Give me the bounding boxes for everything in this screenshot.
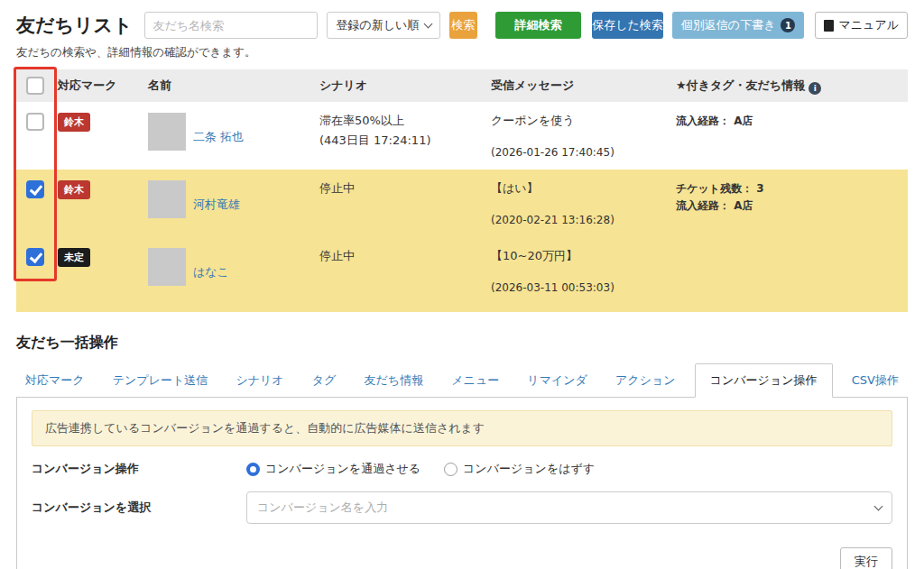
conversion-select-placeholder: コンバージョン名を入力 — [257, 500, 388, 516]
row-checkbox[interactable] — [26, 248, 44, 266]
table-row: 鈴木 二条 拓也 滞在率50%以上(443日目 17:24:11) クーポンを使… — [16, 102, 908, 170]
column-header-scenario: シナリオ — [314, 69, 485, 102]
avatar — [148, 113, 186, 151]
friend-search-input[interactable] — [144, 12, 318, 39]
friends-table: 対応マーク 名前 シナリオ 受信メッセージ ★付きタグ・友だち情報i 鈴木 二条… — [16, 69, 908, 312]
execute-button[interactable]: 実行 — [840, 547, 892, 569]
conversion-operation-radios: コンバージョンを通過させる コンバージョンをはずす — [246, 461, 595, 477]
scenario-detail: (443日目 17:24:11) — [319, 133, 480, 149]
tab-response-mark[interactable]: 対応マーク — [16, 364, 94, 397]
topbar: 友だちリスト 登録の新しい順 検索 詳細検索 保存した検索 個別返信の下書き 1… — [16, 11, 908, 40]
column-header-mark: 対応マーク — [52, 69, 143, 102]
radio-pass-conversion[interactable]: コンバージョンを通過させる — [246, 461, 420, 477]
tab-action[interactable]: アクション — [606, 364, 685, 397]
conversion-select[interactable]: コンバージョン名を入力 — [246, 491, 892, 524]
radio-selected-icon — [246, 463, 260, 476]
conversion-panel: 広告連携しているコンバージョンを通過すると、自動的に広告媒体に送信されます コン… — [16, 398, 908, 569]
friend-info-line: 流入経路： A店 — [676, 113, 902, 130]
bulk-section-title: 友だち一括操作 — [16, 334, 908, 353]
page-subtitle: 友だちの検索や、詳細情報の確認ができます。 — [16, 45, 908, 60]
saved-search-button[interactable]: 保存した検索 — [592, 12, 663, 39]
reply-draft-button[interactable]: 個別返信の下書き 1 — [672, 12, 805, 39]
received-message-date: (2020-02-21 13:16:28) — [491, 214, 665, 226]
tab-scenario[interactable]: シナリオ — [226, 364, 292, 397]
friend-name-link[interactable]: 河村竜雄 — [193, 197, 240, 213]
radio-pass-label: コンバージョンを通過させる — [265, 461, 420, 477]
scenario-text: 滞在率50%以上 — [319, 113, 480, 129]
conversion-operation-label: コンバージョン操作 — [32, 461, 246, 477]
tab-friend-info[interactable]: 友だち情報 — [356, 364, 433, 397]
tab-reminder[interactable]: リマインダ — [518, 364, 596, 397]
response-mark-badge: 鈴木 — [58, 113, 90, 132]
sort-order-select[interactable]: 登録の新しい順 — [327, 12, 439, 39]
page: 友だちリスト 登録の新しい順 検索 詳細検索 保存した検索 個別返信の下書き 1… — [0, 0, 924, 569]
table-row: 鈴木 河村竜雄 停止中 【はい】(2020-02-21 13:16:28) チケ… — [16, 170, 908, 237]
received-message: 【10~20万円】 — [491, 248, 665, 264]
column-header-message: 受信メッセージ — [485, 69, 670, 102]
page-title: 友だちリスト — [16, 13, 132, 38]
info-icon: i — [808, 82, 821, 95]
draft-count-badge: 1 — [781, 18, 795, 32]
conversion-select-label: コンバージョンを選択 — [32, 500, 246, 516]
chevron-down-icon — [874, 502, 883, 511]
tab-tag[interactable]: タグ — [303, 364, 346, 397]
scenario-text: 停止中 — [319, 180, 480, 197]
detailed-search-button[interactable]: 詳細検索 — [495, 12, 582, 39]
radio-remove-label: コンバージョンをはずす — [463, 461, 595, 477]
tab-menu[interactable]: メニュー — [442, 364, 508, 397]
avatar — [148, 248, 186, 286]
row-checkbox[interactable] — [26, 113, 44, 131]
tab-csv[interactable]: CSV操作 — [843, 364, 908, 397]
friend-info-line: チケット残数： 3 — [676, 180, 902, 197]
row-checkbox[interactable] — [26, 180, 44, 198]
chevron-down-icon — [423, 20, 432, 29]
tab-conversion[interactable]: コンバージョン操作 — [695, 363, 833, 398]
manual-label: マニュアル — [838, 17, 899, 33]
received-message-date: (2026-03-11 00:53:03) — [491, 281, 665, 294]
sort-order-value: 登録の新しい順 — [336, 17, 419, 33]
table-row: 未定 はなこ 停止中 【10~20万円】(2026-03-11 00:53:03… — [16, 237, 908, 312]
friend-name-link[interactable]: はなこ — [193, 264, 229, 280]
conversion-notice: 広告連携しているコンバージョンを通過すると、自動的に広告媒体に送信されます — [32, 410, 892, 446]
table-header-row: 対応マーク 名前 シナリオ 受信メッセージ ★付きタグ・友だち情報i — [16, 69, 908, 102]
avatar — [148, 180, 186, 218]
friend-name-link[interactable]: 二条 拓也 — [193, 129, 244, 145]
column-header-info: ★付きタグ・友だち情報i — [670, 69, 908, 102]
search-button[interactable]: 検索 — [449, 12, 477, 39]
response-mark-badge: 鈴木 — [58, 180, 90, 199]
bulk-tabs: 対応マーク テンプレート送信 シナリオ タグ 友だち情報 メニュー リマインダ … — [16, 363, 908, 398]
bulk-operations-section: 友だち一括操作 対応マーク テンプレート送信 シナリオ タグ 友だち情報 メニュ… — [16, 334, 908, 569]
tab-template-send[interactable]: テンプレート送信 — [104, 364, 217, 397]
received-message-date: (2026-01-26 17:40:45) — [491, 146, 665, 159]
friend-info-line: 流入経路： A店 — [676, 197, 902, 215]
reply-draft-label: 個別返信の下書き — [681, 17, 776, 33]
radio-remove-conversion[interactable]: コンバージョンをはずす — [444, 461, 595, 477]
manual-button[interactable]: マニュアル — [815, 12, 908, 39]
scenario-text: 停止中 — [319, 248, 480, 264]
radio-unselected-icon — [444, 463, 457, 476]
friends-table-wrap: 対応マーク 名前 シナリオ 受信メッセージ ★付きタグ・友だち情報i 鈴木 二条… — [16, 69, 908, 312]
column-header-name: 名前 — [143, 69, 314, 102]
response-mark-badge: 未定 — [58, 248, 90, 267]
manual-book-icon — [824, 20, 834, 32]
received-message: クーポンを使う — [491, 113, 665, 129]
select-all-checkbox[interactable] — [26, 77, 44, 95]
received-message: 【はい】 — [491, 180, 665, 197]
